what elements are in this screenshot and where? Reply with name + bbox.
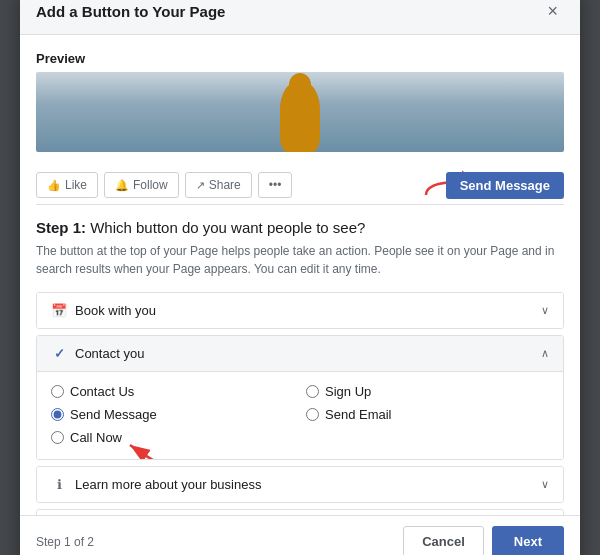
contact-check-icon: ✓ (51, 346, 67, 361)
accordion-learn-header[interactable]: ℹ Learn more about your business ∨ (37, 467, 563, 502)
book-chevron: ∨ (541, 304, 549, 317)
accordion-learn: ℹ Learn more about your business ∨ (36, 466, 564, 503)
learn-label: Learn more about your business (75, 477, 261, 492)
contact-label: Contact you (75, 346, 144, 361)
contact-chevron: ∧ (541, 347, 549, 360)
share-button[interactable]: ↗ Share (185, 172, 252, 198)
modal: Add a Button to Your Page × Preview 👍 Li… (20, 0, 580, 555)
send-message-radio[interactable] (51, 408, 64, 421)
preview-image (36, 72, 564, 152)
modal-overlay: Add a Button to Your Page × Preview 👍 Li… (0, 0, 600, 555)
send-email-radio[interactable] (306, 408, 319, 421)
step-title-prefix: Step 1: (36, 219, 86, 236)
send-message-option[interactable]: Send Message (51, 407, 294, 422)
sign-up-radio[interactable] (306, 385, 319, 398)
next-button[interactable]: Next (492, 526, 564, 555)
contact-us-option[interactable]: Contact Us (51, 384, 294, 399)
learn-chevron: ∨ (541, 478, 549, 491)
contact-us-radio[interactable] (51, 385, 64, 398)
accordion-book: 📅 Book with you ∨ (36, 292, 564, 329)
sign-up-option[interactable]: Sign Up (306, 384, 549, 399)
arrow-to-send-message-radio (122, 433, 182, 460)
learn-icon: ℹ (51, 477, 67, 492)
accordion-contact: ✓ Contact you ∧ Contact Us Sign Up (36, 335, 564, 460)
book-icon: 📅 (51, 303, 67, 318)
share-icon: ↗ (196, 179, 205, 192)
send-email-option[interactable]: Send Email (306, 407, 549, 422)
follow-button[interactable]: 🔔 Follow (104, 172, 179, 198)
book-label: Book with you (75, 303, 156, 318)
like-label: Like (65, 178, 87, 192)
step-description: The button at the top of your Page helps… (36, 242, 564, 278)
cancel-button[interactable]: Cancel (403, 526, 484, 555)
preview-label: Preview (36, 51, 564, 66)
accordion-book-header[interactable]: 📅 Book with you ∨ (37, 293, 563, 328)
close-button[interactable]: × (541, 0, 564, 22)
more-label: ••• (269, 178, 282, 192)
send-message-preview-button[interactable]: Send Message (446, 172, 564, 199)
share-label: Share (209, 178, 241, 192)
step-title: Step 1: Which button do you want people … (36, 219, 564, 236)
person-body (280, 82, 320, 152)
like-icon: 👍 (47, 179, 61, 192)
contact-us-label: Contact Us (70, 384, 134, 399)
step-title-main: Which button do you want people to see? (86, 219, 365, 236)
modal-header: Add a Button to Your Page × (20, 0, 580, 35)
send-message-label: Send Message (70, 407, 157, 422)
step-indicator: Step 1 of 2 (36, 535, 94, 549)
modal-footer: Step 1 of 2 Cancel Next (20, 515, 580, 555)
page-action-bar: 👍 Like 🔔 Follow ↗ Share ••• (36, 166, 564, 205)
like-button[interactable]: 👍 Like (36, 172, 98, 198)
call-now-radio[interactable] (51, 431, 64, 444)
modal-body: Preview 👍 Like 🔔 Follow ↗ Share (20, 35, 580, 515)
modal-title: Add a Button to Your Page (36, 3, 225, 20)
contact-body: Contact Us Sign Up Send Message Sen (37, 371, 563, 459)
send-email-label: Send Email (325, 407, 391, 422)
follow-icon: 🔔 (115, 179, 129, 192)
more-button[interactable]: ••• (258, 172, 293, 198)
footer-buttons: Cancel Next (403, 526, 564, 555)
call-now-label: Call Now (70, 430, 122, 445)
follow-label: Follow (133, 178, 168, 192)
sign-up-label: Sign Up (325, 384, 371, 399)
preview-section: Preview (36, 51, 564, 152)
accordion-contact-header[interactable]: ✓ Contact you ∧ (37, 336, 563, 371)
